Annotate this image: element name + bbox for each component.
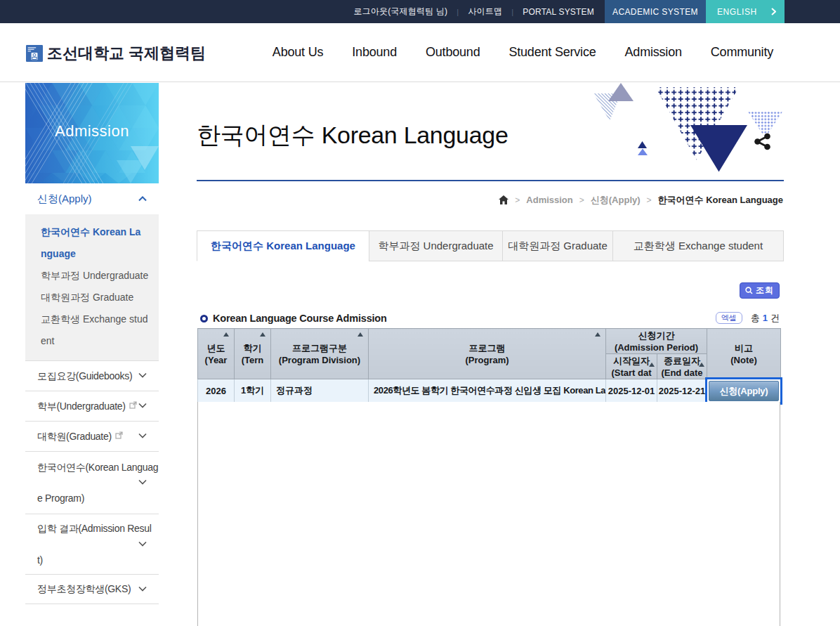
col-header-line: 학기 [235, 342, 270, 354]
topbar-links: 로그아웃(국제협력팀 님) | 사이트맵 | PORTAL SYSTEM [353, 0, 594, 23]
tab-undergraduate[interactable]: 학부과정 Undergraduate [369, 230, 503, 261]
sidebar: Admission 신청(Apply) 한국어연수 Korean Languag… [25, 83, 159, 604]
submenu-undergraduate[interactable]: 학부과정 Undergraduate [41, 265, 159, 287]
total-count: 1 [763, 313, 768, 323]
col-header-line: 년도 [198, 342, 234, 354]
chevron-right-icon [771, 8, 776, 15]
sort-asc-icon [223, 332, 229, 337]
chevron-down-icon [138, 433, 147, 438]
col-header-start-date[interactable]: 시작일자(Start dat [606, 354, 657, 379]
list-tools: 엑셀 총 1 건 [716, 312, 780, 324]
submenu-korean-language[interactable]: 한국어연수 Korean Language [41, 221, 143, 265]
sidebar-item-korean-language-program[interactable]: 한국어연수(Korean Language Program) [25, 451, 159, 514]
sort-asc-icon [699, 363, 704, 367]
nav-community[interactable]: Community [711, 45, 773, 60]
search-button-label: 조회 [756, 285, 774, 296]
page-title: 한국어연수 Korean Language [197, 119, 508, 152]
section-heading: Korean Language Course Admission [200, 313, 387, 324]
chevron-down-icon [138, 372, 147, 378]
col-header-line: 프로그램구분 [271, 342, 368, 354]
cell-term: 1학기 [235, 379, 271, 403]
submenu-exchange-student[interactable]: 교환학생 Exchange student [41, 308, 150, 352]
col-header-period[interactable]: 신청기간(Admission Period) [606, 329, 707, 354]
col-header-line: 프로그램 [369, 342, 605, 354]
logo-text: 조선대학교 국제협력팀 [47, 43, 206, 64]
nav-outbound[interactable]: Outbound [426, 45, 480, 60]
col-header-line: (Program Division) [271, 354, 368, 366]
col-header-line: (Program) [369, 354, 605, 366]
main-content: 한국어연수 Korean Language > Admission > 신청(A… [197, 82, 784, 626]
portal-system-link[interactable]: PORTAL SYSTEM [523, 7, 594, 17]
global-nav: About Us Inbound Outbound Student Servic… [273, 23, 773, 81]
apply-button[interactable]: 신청(Apply) [709, 381, 779, 401]
col-header-year[interactable]: 년도(Year [198, 329, 235, 379]
chevron-down-icon [138, 479, 147, 485]
sort-asc-icon [649, 363, 655, 367]
cell-division: 정규과정 [271, 379, 369, 403]
chevron-down-icon [138, 403, 147, 408]
sidebar-item-label: 입학 결과(Admission Result) [37, 513, 152, 575]
logout-link[interactable]: 로그아웃(국제협력팀 님) [353, 6, 447, 18]
sidebar-item-text: 학부(Undergraduate) [37, 400, 126, 412]
academic-system-button[interactable]: ACADEMIC SYSTEM [605, 0, 706, 23]
sidebar-item-undergraduate[interactable]: 학부(Undergraduate) [25, 391, 159, 421]
external-link-icon [115, 431, 123, 439]
breadcrumb-separator: > [647, 195, 652, 205]
breadcrumb-admission[interactable]: Admission [526, 195, 572, 205]
col-header-note[interactable]: 비고(Note) [707, 329, 781, 379]
sort-asc-icon [595, 332, 601, 337]
section-title: Korean Language Course Admission [213, 313, 387, 324]
sidebar-group-label: 신청(Apply) [37, 193, 92, 206]
col-header-division[interactable]: 프로그램구분(Program Division) [271, 329, 369, 379]
cell-program: 2026학년도 봄학기 한국어연수과정 신입생 모집 Korean Langua… [369, 379, 606, 403]
university-logo-icon [26, 45, 43, 62]
focus-ring: 신청(Apply) [705, 377, 782, 405]
cell-start-date: 2025-12-01 [606, 379, 657, 403]
col-header-line: 신청기간 [606, 330, 707, 341]
table-row[interactable]: 2026 1학기 정규과정 2026학년도 봄학기 한국어연수과정 신입생 모집… [198, 379, 781, 403]
decorative-triangles [583, 82, 787, 174]
sidebar-item-text: 대학원(Graduate) [37, 431, 112, 442]
english-language-button[interactable]: ENGLISH [706, 0, 785, 23]
admission-grid: 년도(Year 학기(Tern 프로그램구분(Program Division)… [197, 328, 781, 403]
tab-graduate[interactable]: 대학원과정 Graduate [502, 230, 613, 261]
tab-exchange-student[interactable]: 교환학생 Exchange student [612, 230, 784, 261]
site-header: 조선대학교 국제협력팀 About Us Inbound Outbound St… [0, 23, 840, 82]
title-divider [197, 180, 784, 181]
chevron-up-icon [138, 196, 147, 202]
sidebar-banner: Admission [25, 83, 159, 183]
sidebar-item-graduate[interactable]: 대학원(Graduate) [25, 421, 159, 451]
col-header-line: (Note) [707, 354, 780, 366]
sidebar-item-label: 모집요강(Guidebooks) [37, 360, 132, 392]
col-header-end-date[interactable]: 종료일자(End date [657, 354, 707, 379]
sidebar-item-admission-result[interactable]: 입학 결과(Admission Result) [25, 514, 159, 574]
sitemap-link[interactable]: 사이트맵 [468, 6, 502, 18]
nav-inbound[interactable]: Inbound [352, 45, 397, 60]
breadcrumb: > Admission > 신청(Apply) > 한국어연수 Korean L… [499, 195, 783, 205]
search-button[interactable]: 조회 [740, 282, 780, 299]
tab-korean-language[interactable]: 한국어연수 Korean Language [197, 230, 369, 261]
sidebar-item-label: 학부(Undergraduate) [37, 391, 137, 422]
col-header-line: 비고 [707, 342, 780, 354]
nav-about-us[interactable]: About Us [273, 45, 323, 60]
col-header-term[interactable]: 학기(Tern [235, 329, 271, 379]
sort-asc-icon [357, 332, 363, 337]
breadcrumb-separator: > [515, 195, 520, 205]
share-icon[interactable] [754, 133, 770, 150]
site-logo[interactable]: 조선대학교 국제협력팀 [26, 43, 206, 64]
nav-admission[interactable]: Admission [625, 45, 682, 60]
sidebar-group-apply[interactable]: 신청(Apply) [25, 183, 159, 214]
cell-note: 신청(Apply) [707, 379, 781, 403]
total-prefix: 총 [751, 312, 760, 325]
submenu-graduate[interactable]: 대학원과정 Graduate [41, 287, 159, 308]
chevron-down-icon [138, 541, 147, 547]
nav-student-service[interactable]: Student Service [508, 45, 596, 60]
sidebar-item-guidebooks[interactable]: 모집요강(Guidebooks) [25, 360, 159, 391]
breadcrumb-apply[interactable]: 신청(Apply) [591, 194, 641, 207]
col-header-line: (Tern [235, 354, 270, 366]
excel-button[interactable]: 엑셀 [716, 312, 742, 324]
sidebar-submenu: 한국어연수 Korean Language 학부과정 Undergraduate… [25, 214, 159, 360]
home-icon[interactable] [499, 195, 508, 204]
sidebar-item-gks[interactable]: 정부초청장학생(GKS) [25, 574, 159, 604]
col-header-program[interactable]: 프로그램(Program) [369, 329, 606, 379]
